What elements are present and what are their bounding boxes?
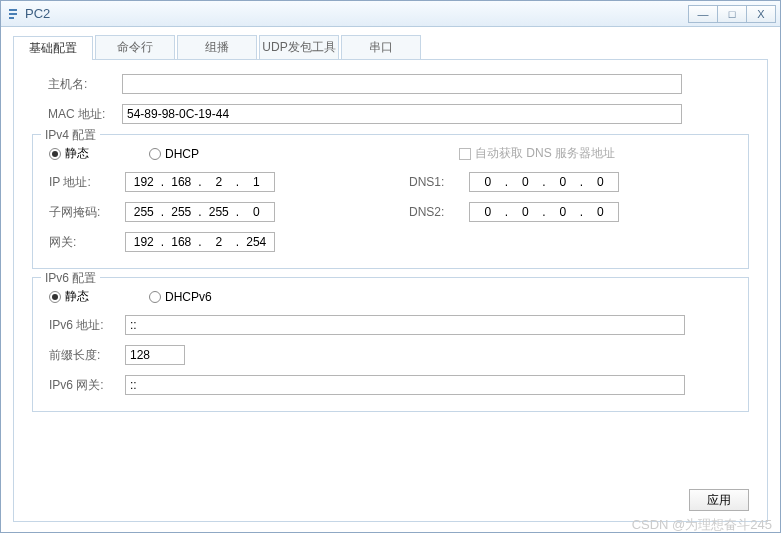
ipv6-addr-label: IPv6 地址: [49,317,125,334]
ipv4-cols: IP 地址: 192. 168. 2. 1 子网掩码: 255. [33,172,748,262]
maximize-button[interactable]: □ [717,5,747,23]
tab-multicast[interactable]: 组播 [177,35,257,59]
panel-basic: 主机名: MAC 地址: IPv4 配置 静态 DHCP 自动获取 DNS 服务… [13,60,768,522]
tab-basic[interactable]: 基础配置 [13,36,93,60]
ipv6-dhcp-label: DHCPv6 [165,290,212,304]
close-button[interactable]: X [746,5,776,23]
hostname-input[interactable] [122,74,682,94]
content: 基础配置 命令行 组播 UDP发包工具 串口 主机名: MAC 地址: IPv4… [1,27,780,530]
ipv4-legend: IPv4 配置 [41,127,100,144]
ipv6-gw-label: IPv6 网关: [49,377,125,394]
ipv6-gw-row: IPv6 网关: :: [33,375,748,395]
ipv6-fieldset: IPv6 配置 静态 DHCPv6 IPv6 地址: :: 前缀长度: 128 … [32,277,749,412]
ipv4-left-col: IP 地址: 192. 168. 2. 1 子网掩码: 255. [33,172,393,262]
ipv6-addr-input[interactable]: :: [125,315,685,335]
mac-label: MAC 地址: [32,106,122,123]
ipv4-dhcp-label: DHCP [165,147,199,161]
auto-dns-label: 自动获取 DNS 服务器地址 [475,145,615,162]
dns2-label: DNS2: [409,205,469,219]
window: PC2 — □ X 基础配置 命令行 组播 UDP发包工具 串口 主机名: MA… [0,0,781,533]
mask-row: 子网掩码: 255. 255. 255. 0 [33,202,393,222]
mask-label: 子网掩码: [49,204,125,221]
ipv6-prefix-row: 前缀长度: 128 [33,345,748,365]
ipv6-prefix-label: 前缀长度: [49,347,125,364]
ipv6-gw-input[interactable]: :: [125,375,685,395]
ip-input[interactable]: 192. 168. 2. 1 [125,172,275,192]
window-controls: — □ X [689,5,776,23]
ipv6-addr-row: IPv6 地址: :: [33,315,748,335]
ipv6-static-radio[interactable]: 静态 [49,288,89,305]
dns1-row: DNS1: 0. 0. 0. 0 [393,172,753,192]
dns2-row: DNS2: 0. 0. 0. 0 [393,202,753,222]
hostname-label: 主机名: [32,76,122,93]
ipv6-mode-row: 静态 DHCPv6 [33,288,748,305]
auto-dns-checkbox[interactable]: 自动获取 DNS 服务器地址 [459,145,615,162]
mac-row: MAC 地址: [32,104,749,124]
app-icon [5,6,21,22]
dns1-label: DNS1: [409,175,469,189]
ipv4-fieldset: IPv4 配置 静态 DHCP 自动获取 DNS 服务器地址 IP 地址: 19… [32,134,749,269]
tab-udp[interactable]: UDP发包工具 [259,35,339,59]
ipv4-static-radio[interactable]: 静态 [49,145,89,162]
ipv6-legend: IPv6 配置 [41,270,100,287]
ipv4-right-col: DNS1: 0. 0. 0. 0 DNS2: 0. [393,172,753,262]
tab-cli[interactable]: 命令行 [95,35,175,59]
ipv4-dhcp-radio[interactable]: DHCP [149,147,199,161]
ipv6-prefix-input[interactable]: 128 [125,345,185,365]
ip-label: IP 地址: [49,174,125,191]
hostname-row: 主机名: [32,74,749,94]
gw-input[interactable]: 192. 168. 2. 254 [125,232,275,252]
titlebar: PC2 — □ X [1,1,780,27]
tab-serial[interactable]: 串口 [341,35,421,59]
apply-button[interactable]: 应用 [689,489,749,511]
ip-row: IP 地址: 192. 168. 2. 1 [33,172,393,192]
ipv4-mode-row: 静态 DHCP 自动获取 DNS 服务器地址 [33,145,748,162]
gw-row: 网关: 192. 168. 2. 254 [33,232,393,252]
mac-input[interactable] [122,104,682,124]
dns2-input[interactable]: 0. 0. 0. 0 [469,202,619,222]
minimize-button[interactable]: — [688,5,718,23]
dns1-input[interactable]: 0. 0. 0. 0 [469,172,619,192]
tab-bar: 基础配置 命令行 组播 UDP发包工具 串口 [13,35,768,60]
ipv6-dhcp-radio[interactable]: DHCPv6 [149,290,212,304]
gw-label: 网关: [49,234,125,251]
window-title: PC2 [25,6,50,21]
mask-input[interactable]: 255. 255. 255. 0 [125,202,275,222]
ipv6-static-label: 静态 [65,288,89,305]
ipv4-static-label: 静态 [65,145,89,162]
